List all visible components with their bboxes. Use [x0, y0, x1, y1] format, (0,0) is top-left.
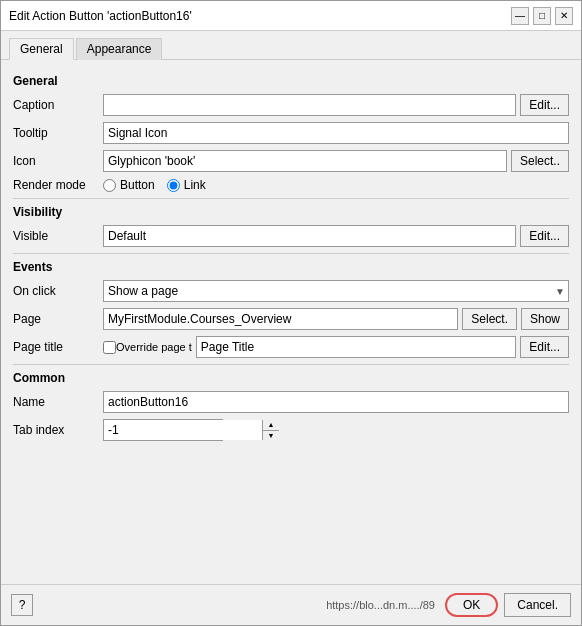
- tab-index-up-button[interactable]: ▲: [263, 420, 279, 431]
- tooltip-row: Tooltip: [13, 122, 569, 144]
- tab-index-label: Tab index: [13, 423, 103, 437]
- tab-bar: General Appearance: [1, 31, 581, 60]
- footer-left: ?: [11, 594, 33, 616]
- on-click-row: On click Show a page ▼: [13, 280, 569, 302]
- name-row: Name: [13, 391, 569, 413]
- on-click-select[interactable]: Show a page: [103, 280, 569, 302]
- section-common-label: Common: [13, 371, 569, 385]
- on-click-label: On click: [13, 284, 103, 298]
- maximize-button[interactable]: □: [533, 7, 551, 25]
- page-title-edit-button[interactable]: Edit...: [520, 336, 569, 358]
- divider-visibility: [13, 198, 569, 199]
- tab-index-down-button[interactable]: ▼: [263, 431, 279, 441]
- icon-label: Icon: [13, 154, 103, 168]
- footer-right: https://blo...dn.m..../89 OK Cancel.: [326, 593, 571, 617]
- page-title-row: Page title Override page t Edit...: [13, 336, 569, 358]
- page-select-button[interactable]: Select.: [462, 308, 517, 330]
- window-title: Edit Action Button 'actionButton16': [9, 9, 192, 23]
- tooltip-label: Tooltip: [13, 126, 103, 140]
- section-events-label: Events: [13, 260, 569, 274]
- name-input[interactable]: [103, 391, 569, 413]
- tab-index-spinner: ▲ ▼: [103, 419, 223, 441]
- close-button[interactable]: ✕: [555, 7, 573, 25]
- caption-input[interactable]: [103, 94, 516, 116]
- page-label: Page: [13, 312, 103, 326]
- render-button-label: Button: [120, 178, 155, 192]
- footer: ? https://blo...dn.m..../89 OK Cancel.: [1, 584, 581, 625]
- caption-label: Caption: [13, 98, 103, 112]
- section-general-label: General: [13, 74, 569, 88]
- page-title-checkbox-label: Override page t: [116, 341, 192, 353]
- render-button-radio[interactable]: [103, 179, 116, 192]
- icon-input[interactable]: [103, 150, 507, 172]
- divider-common: [13, 364, 569, 365]
- render-link-radio[interactable]: [167, 179, 180, 192]
- minimize-button[interactable]: —: [511, 7, 529, 25]
- render-mode-label: Render mode: [13, 178, 103, 192]
- tab-content-general: General Caption Edit... Tooltip Icon Sel…: [1, 60, 581, 584]
- page-title-override-checkbox[interactable]: [103, 341, 116, 354]
- caption-row: Caption Edit...: [13, 94, 569, 116]
- page-input[interactable]: [103, 308, 458, 330]
- render-link-option[interactable]: Link: [167, 178, 206, 192]
- page-show-button[interactable]: Show: [521, 308, 569, 330]
- render-mode-group: Button Link: [103, 178, 206, 192]
- name-label: Name: [13, 395, 103, 409]
- tab-index-input[interactable]: [104, 420, 262, 440]
- icon-select-button[interactable]: Select..: [511, 150, 569, 172]
- visible-input[interactable]: [103, 225, 516, 247]
- visible-row: Visible Edit...: [13, 225, 569, 247]
- section-visibility-label: Visibility: [13, 205, 569, 219]
- footer-url: https://blo...dn.m..../89: [326, 599, 435, 611]
- title-bar: Edit Action Button 'actionButton16' — □ …: [1, 1, 581, 31]
- render-link-label: Link: [184, 178, 206, 192]
- page-title-input[interactable]: [196, 336, 516, 358]
- tab-index-spinner-buttons: ▲ ▼: [262, 420, 279, 440]
- cancel-button[interactable]: Cancel.: [504, 593, 571, 617]
- tab-general[interactable]: General: [9, 38, 74, 60]
- caption-edit-button[interactable]: Edit...: [520, 94, 569, 116]
- on-click-select-wrapper: Show a page ▼: [103, 280, 569, 302]
- render-button-option[interactable]: Button: [103, 178, 155, 192]
- visible-label: Visible: [13, 229, 103, 243]
- icon-row: Icon Select..: [13, 150, 569, 172]
- render-mode-row: Render mode Button Link: [13, 178, 569, 192]
- page-title-label: Page title: [13, 340, 103, 354]
- help-button[interactable]: ?: [11, 594, 33, 616]
- page-title-content: Override page t Edit...: [103, 336, 569, 358]
- divider-events: [13, 253, 569, 254]
- main-window: Edit Action Button 'actionButton16' — □ …: [0, 0, 582, 626]
- tab-appearance[interactable]: Appearance: [76, 38, 163, 60]
- tooltip-input[interactable]: [103, 122, 569, 144]
- tab-index-row: Tab index ▲ ▼: [13, 419, 569, 441]
- title-bar-buttons: — □ ✕: [511, 7, 573, 25]
- ok-button[interactable]: OK: [445, 593, 498, 617]
- visible-edit-button[interactable]: Edit...: [520, 225, 569, 247]
- page-row: Page Select. Show: [13, 308, 569, 330]
